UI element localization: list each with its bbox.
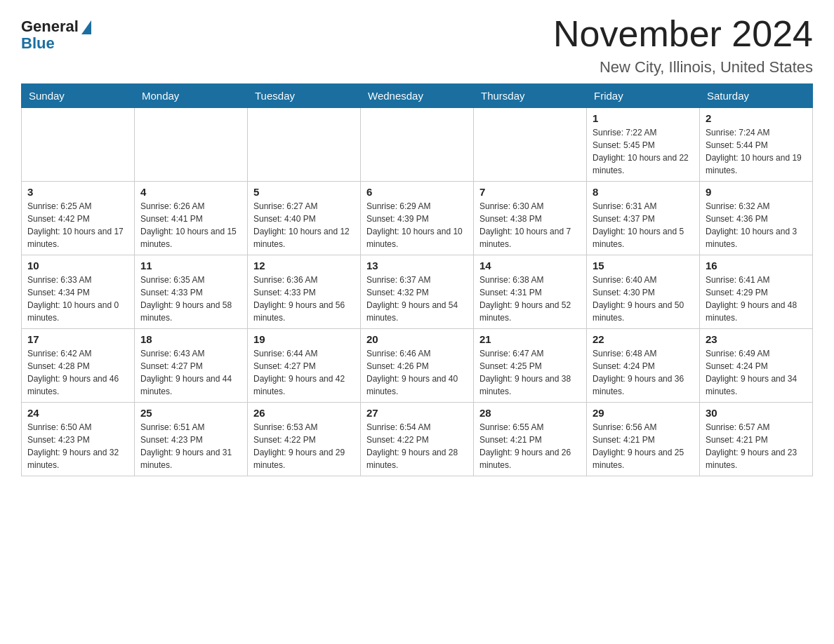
calendar-day-cell bbox=[361, 108, 474, 182]
day-number: 14 bbox=[479, 260, 581, 271]
logo-blue-text: Blue bbox=[21, 34, 55, 53]
day-number: 17 bbox=[27, 333, 128, 345]
day-info: Sunrise: 6:25 AMSunset: 4:42 PMDaylight:… bbox=[27, 200, 128, 250]
calendar-day-cell: 3Sunrise: 6:25 AMSunset: 4:42 PMDaylight… bbox=[22, 182, 135, 255]
calendar-week-row: 10Sunrise: 6:33 AMSunset: 4:34 PMDayligh… bbox=[22, 255, 813, 329]
day-number: 29 bbox=[593, 407, 694, 419]
weekday-header-saturday: Saturday bbox=[700, 84, 813, 108]
logo-arrow-icon bbox=[81, 20, 91, 34]
day-number: 5 bbox=[253, 186, 355, 198]
day-number: 28 bbox=[479, 407, 581, 419]
page-subtitle: New City, Illinois, United States bbox=[553, 58, 813, 76]
day-number: 18 bbox=[140, 333, 241, 345]
day-number: 10 bbox=[27, 260, 128, 271]
calendar-day-cell: 7Sunrise: 6:30 AMSunset: 4:38 PMDaylight… bbox=[474, 182, 587, 255]
day-info: Sunrise: 7:24 AMSunset: 5:44 PMDaylight:… bbox=[706, 126, 807, 177]
calendar-day-cell: 18Sunrise: 6:43 AMSunset: 4:27 PMDayligh… bbox=[135, 329, 248, 403]
day-info: Sunrise: 6:48 AMSunset: 4:24 PMDaylight:… bbox=[593, 347, 694, 398]
day-info: Sunrise: 6:38 AMSunset: 4:31 PMDaylight:… bbox=[479, 274, 581, 324]
day-number: 22 bbox=[593, 333, 694, 345]
day-info: Sunrise: 6:41 AMSunset: 4:29 PMDaylight:… bbox=[706, 274, 807, 324]
day-number: 11 bbox=[140, 260, 241, 271]
calendar-week-row: 24Sunrise: 6:50 AMSunset: 4:23 PMDayligh… bbox=[22, 403, 813, 476]
weekday-header-monday: Monday bbox=[135, 84, 248, 108]
page-header: General Blue November 2024 New City, Ill… bbox=[21, 14, 813, 76]
day-info: Sunrise: 6:31 AMSunset: 4:37 PMDaylight:… bbox=[593, 200, 694, 250]
calendar-day-cell bbox=[248, 108, 361, 182]
calendar-day-cell: 23Sunrise: 6:49 AMSunset: 4:24 PMDayligh… bbox=[700, 329, 813, 403]
weekday-header-tuesday: Tuesday bbox=[248, 84, 361, 108]
calendar-day-cell: 5Sunrise: 6:27 AMSunset: 4:40 PMDaylight… bbox=[248, 182, 361, 255]
calendar-day-cell: 20Sunrise: 6:46 AMSunset: 4:26 PMDayligh… bbox=[361, 329, 474, 403]
calendar-day-cell: 4Sunrise: 6:26 AMSunset: 4:41 PMDaylight… bbox=[135, 182, 248, 255]
calendar-day-cell: 17Sunrise: 6:42 AMSunset: 4:28 PMDayligh… bbox=[22, 329, 135, 403]
logo-general-text: General bbox=[21, 18, 79, 36]
weekday-header-thursday: Thursday bbox=[474, 84, 587, 108]
calendar-day-cell: 8Sunrise: 6:31 AMSunset: 4:37 PMDaylight… bbox=[587, 182, 700, 255]
day-info: Sunrise: 6:46 AMSunset: 4:26 PMDaylight:… bbox=[366, 347, 468, 398]
day-info: Sunrise: 6:53 AMSunset: 4:22 PMDaylight:… bbox=[253, 421, 355, 471]
calendar-header: SundayMondayTuesdayWednesdayThursdayFrid… bbox=[22, 84, 813, 108]
day-number: 9 bbox=[706, 186, 807, 198]
day-number: 1 bbox=[593, 112, 694, 124]
day-info: Sunrise: 6:47 AMSunset: 4:25 PMDaylight:… bbox=[479, 347, 581, 398]
calendar-week-row: 1Sunrise: 7:22 AMSunset: 5:45 PMDaylight… bbox=[22, 108, 813, 182]
calendar-day-cell: 11Sunrise: 6:35 AMSunset: 4:33 PMDayligh… bbox=[135, 255, 248, 329]
day-info: Sunrise: 6:54 AMSunset: 4:22 PMDaylight:… bbox=[366, 421, 468, 471]
weekday-header-sunday: Sunday bbox=[22, 84, 135, 108]
calendar-day-cell: 30Sunrise: 6:57 AMSunset: 4:21 PMDayligh… bbox=[700, 403, 813, 476]
day-info: Sunrise: 6:56 AMSunset: 4:21 PMDaylight:… bbox=[593, 421, 694, 471]
calendar-day-cell: 2Sunrise: 7:24 AMSunset: 5:44 PMDaylight… bbox=[700, 108, 813, 182]
day-info: Sunrise: 6:30 AMSunset: 4:38 PMDaylight:… bbox=[479, 200, 581, 250]
calendar-week-row: 3Sunrise: 6:25 AMSunset: 4:42 PMDaylight… bbox=[22, 182, 813, 255]
calendar-body: 1Sunrise: 7:22 AMSunset: 5:45 PMDaylight… bbox=[22, 108, 813, 476]
day-number: 24 bbox=[27, 407, 128, 419]
calendar-day-cell: 13Sunrise: 6:37 AMSunset: 4:32 PMDayligh… bbox=[361, 255, 474, 329]
calendar-day-cell: 24Sunrise: 6:50 AMSunset: 4:23 PMDayligh… bbox=[22, 403, 135, 476]
calendar-day-cell: 22Sunrise: 6:48 AMSunset: 4:24 PMDayligh… bbox=[587, 329, 700, 403]
day-info: Sunrise: 6:43 AMSunset: 4:27 PMDaylight:… bbox=[140, 347, 241, 398]
calendar-table: SundayMondayTuesdayWednesdayThursdayFrid… bbox=[21, 83, 813, 476]
day-number: 19 bbox=[253, 333, 355, 345]
calendar-day-cell bbox=[135, 108, 248, 182]
day-number: 21 bbox=[479, 333, 581, 345]
day-number: 20 bbox=[366, 333, 468, 345]
day-info: Sunrise: 6:27 AMSunset: 4:40 PMDaylight:… bbox=[253, 200, 355, 250]
calendar-day-cell: 6Sunrise: 6:29 AMSunset: 4:39 PMDaylight… bbox=[361, 182, 474, 255]
day-number: 16 bbox=[706, 260, 807, 271]
calendar-day-cell: 19Sunrise: 6:44 AMSunset: 4:27 PMDayligh… bbox=[248, 329, 361, 403]
calendar-day-cell: 10Sunrise: 6:33 AMSunset: 4:34 PMDayligh… bbox=[22, 255, 135, 329]
calendar-day-cell: 21Sunrise: 6:47 AMSunset: 4:25 PMDayligh… bbox=[474, 329, 587, 403]
day-number: 6 bbox=[366, 186, 468, 198]
calendar-week-row: 17Sunrise: 6:42 AMSunset: 4:28 PMDayligh… bbox=[22, 329, 813, 403]
day-info: Sunrise: 6:50 AMSunset: 4:23 PMDaylight:… bbox=[27, 421, 128, 471]
day-info: Sunrise: 6:55 AMSunset: 4:21 PMDaylight:… bbox=[479, 421, 581, 471]
day-number: 30 bbox=[706, 407, 807, 419]
day-info: Sunrise: 7:22 AMSunset: 5:45 PMDaylight:… bbox=[593, 126, 694, 177]
calendar-day-cell: 25Sunrise: 6:51 AMSunset: 4:23 PMDayligh… bbox=[135, 403, 248, 476]
page-title: November 2024 bbox=[553, 14, 813, 54]
day-info: Sunrise: 6:42 AMSunset: 4:28 PMDaylight:… bbox=[27, 347, 128, 398]
day-info: Sunrise: 6:51 AMSunset: 4:23 PMDaylight:… bbox=[140, 421, 241, 471]
calendar-day-cell: 27Sunrise: 6:54 AMSunset: 4:22 PMDayligh… bbox=[361, 403, 474, 476]
day-info: Sunrise: 6:29 AMSunset: 4:39 PMDaylight:… bbox=[366, 200, 468, 250]
calendar-day-cell: 15Sunrise: 6:40 AMSunset: 4:30 PMDayligh… bbox=[587, 255, 700, 329]
day-number: 7 bbox=[479, 186, 581, 198]
day-number: 15 bbox=[593, 260, 694, 271]
weekday-header-wednesday: Wednesday bbox=[361, 84, 474, 108]
logo: General Blue bbox=[21, 18, 91, 53]
calendar-day-cell: 26Sunrise: 6:53 AMSunset: 4:22 PMDayligh… bbox=[248, 403, 361, 476]
day-number: 3 bbox=[27, 186, 128, 198]
day-number: 8 bbox=[593, 186, 694, 198]
calendar-day-cell: 29Sunrise: 6:56 AMSunset: 4:21 PMDayligh… bbox=[587, 403, 700, 476]
day-number: 13 bbox=[366, 260, 468, 271]
day-info: Sunrise: 6:32 AMSunset: 4:36 PMDaylight:… bbox=[706, 200, 807, 250]
day-number: 2 bbox=[706, 112, 807, 124]
day-number: 23 bbox=[706, 333, 807, 345]
day-number: 27 bbox=[366, 407, 468, 419]
day-info: Sunrise: 6:33 AMSunset: 4:34 PMDaylight:… bbox=[27, 274, 128, 324]
day-info: Sunrise: 6:35 AMSunset: 4:33 PMDaylight:… bbox=[140, 274, 241, 324]
day-info: Sunrise: 6:57 AMSunset: 4:21 PMDaylight:… bbox=[706, 421, 807, 471]
title-section: November 2024 New City, Illinois, United… bbox=[553, 14, 813, 76]
day-info: Sunrise: 6:49 AMSunset: 4:24 PMDaylight:… bbox=[706, 347, 807, 398]
